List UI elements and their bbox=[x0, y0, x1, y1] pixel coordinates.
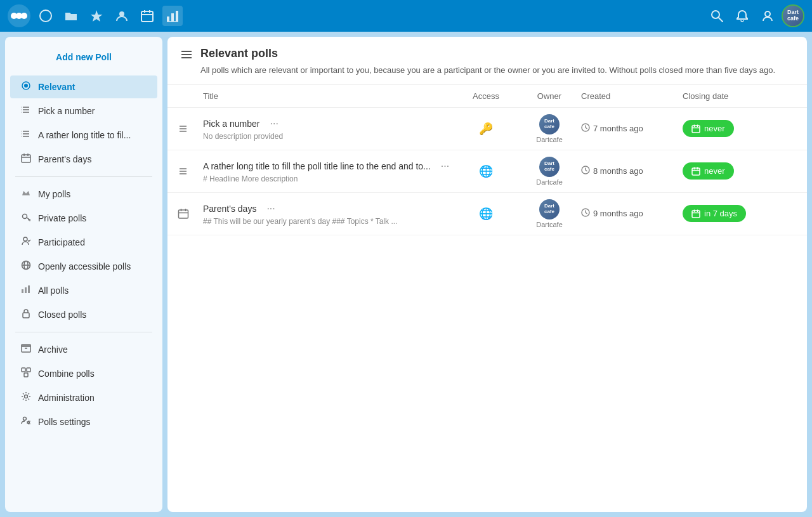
svg-point-3 bbox=[21, 13, 27, 19]
nav-activity-icon[interactable] bbox=[86, 6, 107, 26]
svg-rect-81 bbox=[179, 210, 188, 218]
sidebar-divider-1 bbox=[15, 176, 152, 177]
sidebar-item-label-pick-number: Pick a number bbox=[38, 106, 95, 116]
table-row[interactable]: Pick a number ··· No description provide… bbox=[167, 108, 807, 150]
sidebar-item-archive[interactable]: Archive bbox=[10, 338, 157, 361]
svg-point-4 bbox=[40, 10, 51, 22]
search-icon[interactable] bbox=[705, 4, 728, 27]
avatar[interactable]: Dartcafe bbox=[782, 4, 804, 27]
sidebar-item-label-participated: Participated bbox=[38, 237, 85, 247]
archive-icon bbox=[20, 343, 32, 356]
access-cell-1: 🔑 bbox=[454, 122, 518, 136]
col-created: Created bbox=[581, 91, 683, 101]
nav-calendar-icon[interactable] bbox=[137, 6, 157, 26]
svg-point-14 bbox=[712, 11, 719, 18]
svg-point-54 bbox=[23, 417, 27, 421]
content-area: Relevant polls All polls which are relev… bbox=[167, 37, 807, 512]
poll-description-1: No description provided bbox=[203, 132, 454, 141]
sidebar-item-label-closed-polls: Closed polls bbox=[38, 310, 86, 320]
sidebar-item-administration[interactable]: Administration bbox=[10, 386, 157, 409]
globe-access-icon-2: 🌐 bbox=[479, 164, 493, 178]
closing-btn-2[interactable]: never bbox=[683, 162, 734, 180]
list-icon-1 bbox=[20, 105, 32, 117]
sidebar-item-parents-days[interactable]: Parent's days bbox=[10, 148, 157, 171]
table-row[interactable]: A rather long title to fill the poll tit… bbox=[167, 150, 807, 193]
sidebar-item-pick-number[interactable]: Pick a number bbox=[10, 100, 157, 122]
svg-rect-66 bbox=[692, 126, 700, 133]
poll-title-cell-1: Pick a number ··· No description provide… bbox=[203, 117, 454, 141]
notifications-icon[interactable] bbox=[731, 4, 754, 27]
page-description: All polls which are relevant or importan… bbox=[200, 64, 775, 77]
sidebar: Add new Poll Relevant Pick a number A ra… bbox=[5, 37, 162, 512]
closing-btn-3[interactable]: in 7 days bbox=[683, 205, 746, 222]
col-title: Title bbox=[203, 91, 454, 101]
sidebar-divider-2 bbox=[15, 332, 152, 332]
created-cell-1: 7 months ago bbox=[581, 123, 683, 134]
col-access: Access bbox=[454, 91, 518, 101]
owner-name-2: Dartcafe bbox=[536, 178, 563, 186]
svg-rect-46 bbox=[23, 313, 29, 318]
sidebar-item-all-polls[interactable]: All polls bbox=[10, 279, 157, 302]
sidebar-item-label-long-title: A rather long title to fil... bbox=[38, 130, 131, 140]
clock-icon-2 bbox=[581, 166, 590, 176]
svg-point-17 bbox=[24, 84, 28, 88]
owner-cell-3: Dartcafe Dartcafe bbox=[518, 199, 581, 228]
owner-name-1: Dartcafe bbox=[536, 136, 563, 143]
created-cell-3: 9 months ago bbox=[581, 208, 683, 219]
closing-btn-1[interactable]: never bbox=[683, 120, 734, 137]
nextcloud-logo[interactable] bbox=[8, 4, 30, 27]
hamburger-icon[interactable] bbox=[180, 48, 193, 64]
access-cell-3: 🌐 bbox=[454, 207, 518, 221]
sidebar-item-label-relevant: Relevant bbox=[38, 82, 75, 92]
row-type-icon-2 bbox=[178, 166, 203, 177]
svg-point-16 bbox=[765, 11, 770, 16]
add-new-poll-button[interactable]: Add new Poll bbox=[13, 47, 155, 67]
polls-table: Title Access Owner Created Closing date … bbox=[167, 85, 807, 513]
sidebar-item-private-polls[interactable]: Private polls bbox=[10, 207, 157, 230]
sidebar-item-polls-settings[interactable]: Polls settings bbox=[10, 410, 157, 433]
page-title: Relevant polls bbox=[200, 47, 775, 60]
created-cell-2: 8 months ago bbox=[581, 166, 683, 176]
sidebar-item-long-title[interactable]: A rather long title to fil... bbox=[10, 124, 157, 147]
sidebar-item-label-my-polls: My polls bbox=[38, 189, 70, 199]
svg-rect-51 bbox=[27, 368, 30, 372]
sidebar-item-label-private-polls: Private polls bbox=[38, 213, 86, 223]
svg-rect-10 bbox=[167, 16, 169, 22]
main-layout: Add new Poll Relevant Pick a number A ra… bbox=[0, 32, 812, 517]
col-icon bbox=[178, 91, 203, 101]
sidebar-item-label-openly-accessible: Openly accessible polls bbox=[38, 261, 131, 272]
clock-icon-3 bbox=[581, 208, 590, 219]
more-options-btn-1[interactable]: ··· bbox=[267, 117, 280, 131]
svg-rect-77 bbox=[692, 168, 700, 175]
user-menu-icon[interactable] bbox=[756, 4, 779, 27]
sidebar-item-closed-polls[interactable]: Closed polls bbox=[10, 303, 157, 326]
closing-cell-3: in 7 days bbox=[683, 205, 797, 222]
more-options-btn-2[interactable]: ··· bbox=[438, 159, 452, 173]
svg-line-15 bbox=[719, 18, 723, 22]
poll-description-3: ## This will be our yearly parent's day … bbox=[203, 217, 454, 226]
svg-rect-43 bbox=[22, 289, 23, 293]
sidebar-item-combine-polls[interactable]: Combine polls bbox=[10, 362, 157, 385]
owner-avatar-2: Dartcafe bbox=[539, 157, 560, 177]
table-row[interactable]: Parent's days ··· ## This will be our ye… bbox=[167, 193, 807, 235]
owner-col-1: Dartcafe Dartcafe bbox=[536, 114, 563, 143]
nav-folder-icon[interactable] bbox=[61, 6, 81, 26]
sidebar-item-openly-accessible[interactable]: Openly accessible polls bbox=[10, 255, 157, 278]
table-header: Title Access Owner Created Closing date bbox=[167, 85, 807, 108]
sidebar-item-label-combine-polls: Combine polls bbox=[38, 369, 95, 379]
nav-contacts-icon[interactable] bbox=[112, 6, 132, 26]
person-gear-icon bbox=[20, 416, 32, 428]
access-cell-2: 🌐 bbox=[454, 164, 518, 178]
sidebar-item-participated[interactable]: Participated bbox=[10, 231, 157, 254]
sidebar-item-my-polls[interactable]: My polls bbox=[10, 183, 157, 206]
gear-icon bbox=[20, 391, 32, 404]
nav-polls-icon[interactable] bbox=[162, 6, 183, 26]
svg-rect-11 bbox=[171, 13, 174, 22]
more-options-btn-3[interactable]: ··· bbox=[264, 202, 277, 216]
key-access-icon: 🔑 bbox=[479, 122, 493, 136]
col-closing: Closing date bbox=[683, 91, 797, 101]
nav-circle-icon[interactable] bbox=[36, 6, 56, 26]
sidebar-item-relevant[interactable]: Relevant bbox=[10, 75, 157, 98]
poll-title-cell-3: Parent's days ··· ## This will be our ye… bbox=[203, 202, 454, 226]
svg-point-39 bbox=[23, 237, 27, 241]
